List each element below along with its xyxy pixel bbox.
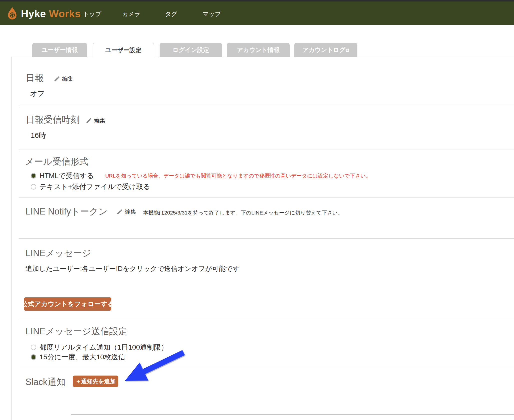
nav-item-camera[interactable]: カメラ: [122, 10, 141, 18]
daily-report-edit-link[interactable]: 編集: [54, 75, 73, 83]
brand-title-secondary: Works: [49, 8, 81, 19]
line-notify-token-heading: LINE Notifyトークン: [25, 206, 108, 218]
nav-item-top[interactable]: トップ: [83, 10, 101, 18]
daily-report-time-value: 16時: [31, 131, 46, 141]
section-divider: [19, 319, 514, 319]
mail-format-warning: URLを知っている場合、データは誰でも閲覧可能となりますので秘匿性の高いデータに…: [105, 172, 371, 179]
edit-link-label: 編集: [94, 117, 105, 124]
mail-format-heading: メール受信形式: [25, 156, 88, 168]
edit-link-label: 編集: [125, 208, 136, 215]
tab-account-info[interactable]: アカウント情報: [227, 43, 290, 57]
line-message-description: 追加したユーザー:各ユーザーIDをクリックで送信オンオフが可能です: [25, 264, 240, 273]
radio-label[interactable]: 15分に一度、最大10枚送信: [39, 352, 125, 362]
daily-report-time-edit-link[interactable]: 編集: [86, 117, 105, 124]
section-divider: [19, 150, 514, 150]
mail-format-option-text: テキスト+添付ファイルで受け取る: [31, 182, 150, 192]
bottom-divider: [71, 414, 514, 415]
radio-unselected[interactable]: [31, 184, 36, 190]
radio-selected[interactable]: [31, 354, 36, 360]
section-divider: [19, 106, 514, 106]
radio-label[interactable]: テキスト+添付ファイルで受け取る: [39, 182, 150, 192]
radio-unselected[interactable]: [31, 345, 36, 350]
edit-link-label: 編集: [62, 75, 73, 83]
brand-title-primary: Hyke: [21, 8, 46, 19]
tab-login-settings[interactable]: ログイン設定: [160, 43, 222, 57]
brand-title[interactable]: Hyke Works: [21, 8, 81, 20]
section-divider: [19, 367, 514, 367]
app-header: Hyke Works トップ カメラ タグ マップ: [0, 1, 514, 25]
send-option-batched: 15分に一度、最大10枚送信: [31, 352, 125, 362]
nav-item-map[interactable]: マップ: [203, 10, 221, 18]
radio-selected[interactable]: [31, 173, 36, 179]
tab-user-info[interactable]: ユーザー情報: [32, 43, 87, 57]
tab-user-settings[interactable]: ユーザー設定: [93, 43, 154, 57]
mail-format-option-html: HTMLで受信する URLを知っている場合、データは誰でも閲覧可能となりますので…: [31, 171, 371, 181]
daily-report-value: オフ: [30, 89, 45, 99]
add-notification-target-button[interactable]: ＋通知先を追加: [73, 376, 118, 387]
tab-account-log[interactable]: アカウントログα: [294, 43, 357, 57]
pencil-icon: [86, 117, 92, 124]
follow-official-account-button[interactable]: 公式アカウントをフォローする: [24, 297, 111, 311]
pencil-icon: [116, 209, 123, 215]
slack-heading: Slack通知: [25, 376, 65, 388]
line-notify-token-note: 本機能は2025/3/31を持って終了します。下のLINEメッセージに切り替えて…: [143, 209, 343, 216]
section-divider: [19, 197, 514, 198]
daily-report-heading: 日報: [26, 72, 44, 84]
radio-label[interactable]: HTMLで受信する: [39, 171, 94, 181]
send-option-realtime: 都度リアルタイム通知（1日100通制限）: [31, 342, 168, 352]
nav-item-tag[interactable]: タグ: [165, 10, 177, 18]
section-divider: [19, 238, 514, 239]
line-notify-token-edit-link[interactable]: 編集: [116, 208, 136, 215]
line-message-heading: LINEメッセージ: [25, 247, 91, 259]
app-window: Hyke Works トップ カメラ タグ マップ ユーザー情報 ユーザー設定 …: [0, 0, 514, 420]
pencil-icon: [54, 76, 60, 82]
brand-logo-icon[interactable]: [6, 4, 18, 23]
line-message-send-heading: LINEメッセージ送信設定: [25, 325, 127, 338]
daily-report-time-heading: 日報受信時刻: [26, 114, 80, 126]
radio-label[interactable]: 都度リアルタイム通知（1日100通制限）: [39, 343, 168, 352]
